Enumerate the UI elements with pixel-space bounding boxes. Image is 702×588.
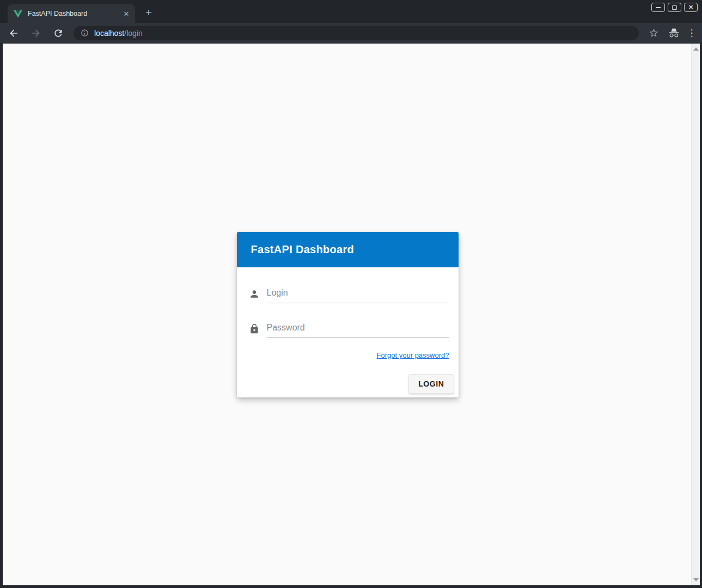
url-path: /login (124, 29, 142, 38)
star-icon (649, 28, 659, 38)
login-card: FastAPI Dashboard (237, 232, 459, 397)
new-tab-button[interactable]: + (142, 7, 156, 17)
page-scrollbar[interactable] (691, 44, 700, 585)
login-field-row (249, 285, 449, 303)
login-button-row: LOGIN (249, 374, 454, 394)
navigation-toolbar: localhost/login ⋮ (0, 23, 702, 44)
back-button[interactable] (5, 24, 22, 42)
bookmark-button[interactable] (644, 24, 663, 42)
lock-icon (249, 323, 260, 334)
forward-button[interactable] (27, 24, 45, 42)
tab-close-icon[interactable]: ✕ (121, 8, 132, 19)
scrollbar-up-icon[interactable] (693, 47, 699, 51)
forward-arrow-icon (30, 28, 41, 39)
person-icon (249, 289, 260, 299)
browser-menu-button[interactable]: ⋮ (685, 27, 699, 39)
page-info-icon[interactable] (81, 29, 89, 37)
login-page: FastAPI Dashboard (3, 44, 700, 585)
close-button[interactable]: ✕ (684, 3, 698, 12)
browser-tab[interactable]: FastAPI Dashboard ✕ (8, 4, 135, 23)
browser-window: FastAPI Dashboard ✕ + ✕ (0, 0, 702, 588)
minimize-button[interactable] (651, 3, 665, 12)
window-controls: ✕ (651, 3, 698, 12)
back-arrow-icon (8, 28, 19, 39)
vue-favicon-icon (14, 10, 22, 18)
scrollbar-down-icon[interactable] (693, 578, 699, 581)
reload-icon (53, 28, 64, 39)
password-field-row (249, 320, 449, 338)
password-input[interactable] (267, 320, 449, 338)
reload-button[interactable] (50, 24, 67, 42)
incognito-icon (668, 27, 680, 39)
forgot-password-row: Forgot your password? (249, 350, 449, 360)
tab-title: FastAPI Dashboard (28, 10, 121, 17)
url-host: localhost (94, 29, 124, 38)
login-input[interactable] (267, 285, 449, 303)
login-button[interactable]: LOGIN (408, 374, 454, 394)
forgot-password-link[interactable]: Forgot your password? (377, 351, 449, 359)
login-card-header: FastAPI Dashboard (237, 232, 459, 267)
maximize-icon (672, 5, 677, 10)
address-bar[interactable]: localhost/login (74, 26, 639, 40)
titlebar: FastAPI Dashboard ✕ + ✕ (0, 0, 702, 23)
minimize-icon (656, 7, 661, 8)
incognito-indicator (663, 24, 685, 42)
content-frame: FastAPI Dashboard (0, 44, 702, 588)
login-card-body: Forgot your password? LOGIN (237, 267, 459, 397)
close-icon: ✕ (688, 4, 693, 10)
maximize-button[interactable] (668, 3, 681, 12)
login-card-title: FastAPI Dashboard (251, 243, 355, 256)
